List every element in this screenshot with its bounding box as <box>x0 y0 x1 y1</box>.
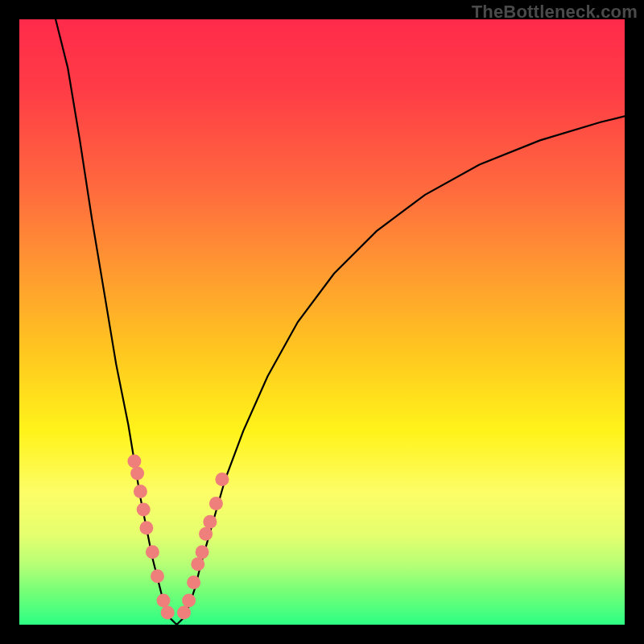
curve-marker <box>157 593 171 607</box>
curve-marker <box>137 503 151 517</box>
curve-marker <box>134 485 147 498</box>
markers-left-flank <box>127 455 174 620</box>
curve-marker <box>177 606 191 620</box>
curve-marker <box>151 569 164 583</box>
curve-marker <box>196 545 209 559</box>
curve-marker <box>203 515 217 529</box>
curve-marker <box>182 593 196 607</box>
curve-marker <box>139 521 153 535</box>
curve-marker <box>130 467 144 481</box>
bottleneck-curve-path <box>56 19 625 625</box>
watermark-label: TheBottleneck.com <box>472 2 638 23</box>
chart-plot-area <box>19 19 625 625</box>
curve-marker <box>199 527 213 541</box>
bottleneck-curve-svg <box>19 19 625 625</box>
curve-marker <box>161 606 175 620</box>
curve-marker <box>146 545 159 559</box>
curve-marker <box>215 473 229 486</box>
curve-marker <box>127 455 141 469</box>
curve-marker <box>209 497 223 510</box>
curve-marker <box>191 557 204 571</box>
curve-marker <box>187 576 200 589</box>
